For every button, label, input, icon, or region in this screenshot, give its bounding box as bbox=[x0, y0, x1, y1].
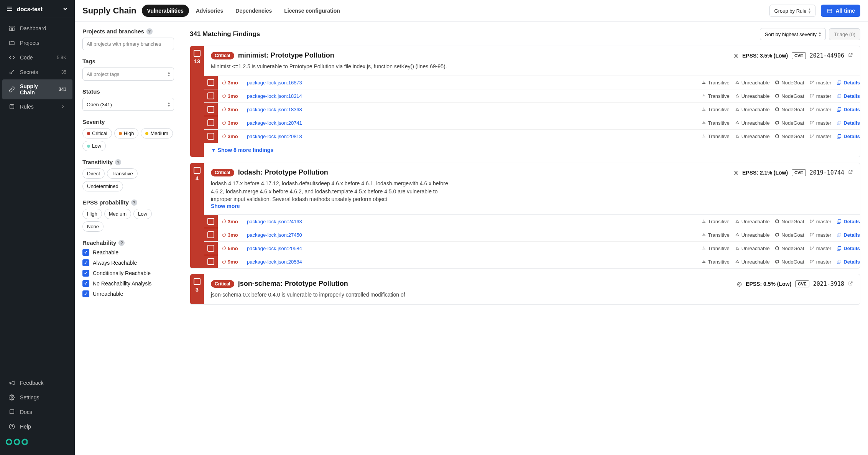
svg-point-20 bbox=[813, 94, 814, 95]
tab-dependencies[interactable]: Dependencies bbox=[230, 5, 277, 17]
file-link[interactable]: package-lock.json:18214 bbox=[247, 93, 302, 99]
external-link-icon[interactable] bbox=[848, 53, 853, 59]
svg-point-10 bbox=[14, 439, 19, 444]
row-checkbox[interactable] bbox=[207, 231, 214, 238]
reachability-check[interactable]: ✓Always Reachable bbox=[82, 259, 174, 266]
file-link[interactable]: package-lock.json:27450 bbox=[247, 232, 302, 238]
details-link[interactable]: Details bbox=[837, 219, 860, 224]
epss-chip[interactable]: None bbox=[82, 221, 104, 232]
sidebar-nav: Dashboard Projects Code 5.9K Secrets 35 … bbox=[0, 18, 75, 373]
sidebar-item-help[interactable]: Help bbox=[2, 419, 72, 434]
status-select[interactable]: Open (341)▴▾ bbox=[82, 98, 174, 111]
help-icon[interactable]: ? bbox=[146, 28, 153, 35]
row-checkbox[interactable] bbox=[207, 218, 214, 225]
tab-license[interactable]: License configuration bbox=[279, 5, 345, 17]
epss-chip[interactable]: Medium bbox=[104, 209, 131, 219]
details-link[interactable]: Details bbox=[837, 120, 860, 126]
row-checkbox[interactable] bbox=[207, 245, 214, 252]
row-checkbox[interactable] bbox=[207, 79, 214, 86]
group-checkbox[interactable] bbox=[194, 167, 201, 174]
details-link[interactable]: Details bbox=[837, 232, 860, 238]
severity-chip[interactable]: Medium bbox=[141, 128, 173, 138]
transitivity-chip[interactable]: Undetermined bbox=[82, 181, 123, 191]
sidebar-item-projects[interactable]: Projects bbox=[2, 36, 72, 50]
row-checkbox[interactable] bbox=[207, 119, 214, 126]
transitivity-chip[interactable]: Transitive bbox=[107, 168, 138, 179]
sidebar-item-label: Dashboard bbox=[20, 25, 46, 31]
details-link[interactable]: Details bbox=[837, 93, 860, 99]
epss-chip[interactable]: Low bbox=[133, 209, 152, 219]
workspace-switcher[interactable]: docs-test bbox=[0, 0, 75, 18]
filters-panel: Projects and branches? Tags All project … bbox=[75, 22, 182, 455]
help-icon[interactable]: ? bbox=[131, 199, 137, 206]
details-link[interactable]: Details bbox=[837, 259, 860, 265]
file-link[interactable]: package-lock.json:20818 bbox=[247, 134, 302, 139]
group-by-select[interactable]: Group by Rule ▴▾ bbox=[769, 5, 816, 17]
severity-chip[interactable]: Critical bbox=[82, 128, 112, 138]
file-link[interactable]: package-lock.json:20584 bbox=[247, 246, 302, 251]
sidebar-item-code[interactable]: Code 5.9K bbox=[2, 50, 72, 65]
filter-label: Reachability? bbox=[82, 239, 174, 246]
sidebar-item-feedback[interactable]: Feedback bbox=[2, 376, 72, 390]
time-filter-button[interactable]: All time bbox=[821, 5, 860, 17]
help-icon[interactable]: ? bbox=[118, 240, 125, 246]
details-link[interactable]: Details bbox=[837, 107, 860, 112]
sidebar-item-label: Feedback bbox=[20, 380, 43, 386]
group-checkbox[interactable] bbox=[194, 50, 201, 57]
reachability-check[interactable]: ✓Unreachable bbox=[82, 290, 174, 297]
epss-score: EPSS: 3.5% (Low) bbox=[742, 53, 788, 59]
finding-title: json-schema: Prototype Pollution bbox=[238, 280, 348, 288]
tab-vulnerabilities[interactable]: Vulnerabilities bbox=[142, 5, 189, 17]
key-icon bbox=[8, 69, 15, 76]
file-link[interactable]: package-lock.json:20741 bbox=[247, 120, 302, 126]
finding-group: 13 Critical minimist: Prototype Pollutio… bbox=[190, 46, 860, 157]
triage-button[interactable]: Triage (0) bbox=[829, 28, 860, 40]
svg-point-36 bbox=[813, 220, 814, 221]
show-more-desc[interactable]: Show more bbox=[211, 203, 853, 209]
severity-chip[interactable]: Low bbox=[82, 141, 106, 151]
tab-advisories[interactable]: Advisories bbox=[191, 5, 229, 17]
tags-select[interactable]: All project tags▴▾ bbox=[82, 68, 174, 81]
row-checkbox[interactable] bbox=[207, 258, 214, 265]
show-more-findings[interactable]: ▼ Show 8 more findings bbox=[204, 143, 860, 157]
group-gutter: 4 bbox=[190, 163, 204, 268]
transitive-badge: Transitive bbox=[702, 232, 730, 238]
sidebar-item-docs[interactable]: Docs bbox=[2, 405, 72, 419]
reachability-check[interactable]: ✓Reachable bbox=[82, 249, 174, 256]
svg-rect-45 bbox=[838, 246, 841, 249]
finding-group: 4 Critical lodash: Prototype Pollution ◎… bbox=[190, 163, 860, 269]
row-checkbox[interactable] bbox=[207, 106, 214, 113]
unreachable-badge: Unreachable bbox=[735, 120, 770, 126]
details-link[interactable]: Details bbox=[837, 134, 860, 139]
sidebar-item-dashboard[interactable]: Dashboard bbox=[2, 21, 72, 36]
projects-input[interactable] bbox=[82, 38, 174, 50]
finding-row: 9mo package-lock.json:20584 Transitive U… bbox=[204, 255, 860, 268]
finding-description: Minimist <=1.2.5 is vulnerable to Protot… bbox=[211, 63, 449, 70]
sidebar-item-rules[interactable]: Rules bbox=[2, 99, 72, 114]
reachability-check[interactable]: ✓No Reachability Analysis bbox=[82, 280, 174, 287]
group-checkbox[interactable] bbox=[194, 278, 201, 285]
unreachable-badge: Unreachable bbox=[735, 93, 770, 99]
reachability-check[interactable]: ✓Conditionally Reachable bbox=[82, 270, 174, 277]
transitivity-chip[interactable]: Direct bbox=[82, 168, 105, 179]
epss-chip[interactable]: High bbox=[82, 209, 102, 219]
file-link[interactable]: package-lock.json:18368 bbox=[247, 107, 302, 112]
sidebar-item-settings[interactable]: Settings bbox=[2, 390, 72, 405]
svg-rect-21 bbox=[838, 94, 841, 97]
finding-group: 3 Critical json-schema: Prototype Pollut… bbox=[190, 274, 860, 305]
severity-chip[interactable]: High bbox=[114, 128, 139, 138]
external-link-icon[interactable] bbox=[848, 281, 853, 287]
details-link[interactable]: Details bbox=[837, 246, 860, 251]
row-checkbox[interactable] bbox=[207, 92, 214, 99]
sidebar-item-secrets[interactable]: Secrets 35 bbox=[2, 65, 72, 79]
file-link[interactable]: package-lock.json:20584 bbox=[247, 259, 302, 265]
external-link-icon[interactable] bbox=[848, 170, 853, 176]
file-link[interactable]: package-lock.json:24163 bbox=[247, 219, 302, 224]
file-link[interactable]: package-lock.json:16873 bbox=[247, 80, 302, 86]
details-link[interactable]: Details bbox=[837, 80, 860, 86]
row-checkbox[interactable] bbox=[207, 133, 214, 140]
help-icon[interactable]: ? bbox=[115, 159, 121, 165]
sort-select[interactable]: Sort by highest severity▴▾ bbox=[760, 28, 826, 40]
select-icon: ▴▾ bbox=[819, 31, 821, 37]
sidebar-item-supply-chain[interactable]: Supply Chain 341 bbox=[2, 79, 72, 99]
